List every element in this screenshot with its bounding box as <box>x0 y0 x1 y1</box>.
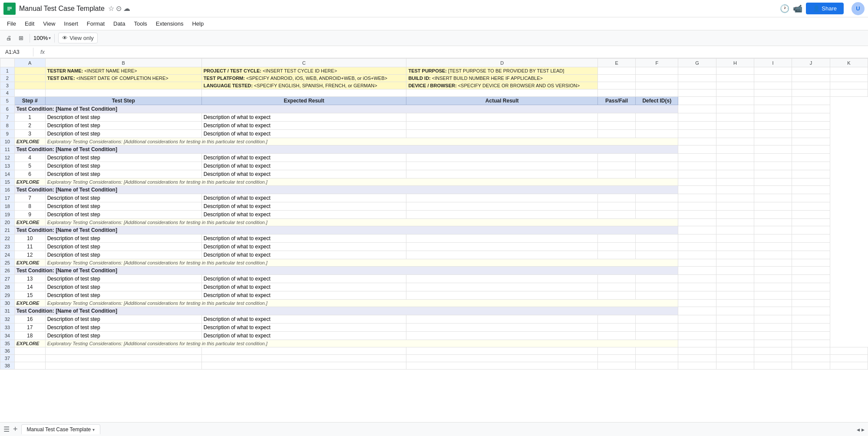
table-cell[interactable]: Description of what to expect <box>201 170 406 178</box>
table-cell[interactable] <box>45 347 201 355</box>
table-cell[interactable] <box>754 267 792 275</box>
table-cell[interactable] <box>716 300 754 307</box>
table-cell[interactable]: 16 <box>14 315 45 324</box>
table-cell[interactable]: Description of what to expect <box>201 243 406 251</box>
table-cell[interactable] <box>406 130 598 138</box>
table-cell[interactable] <box>792 194 830 202</box>
col-header-f[interactable]: F <box>636 59 678 67</box>
table-cell[interactable] <box>597 170 635 178</box>
table-cell[interactable] <box>716 178 754 186</box>
table-cell[interactable] <box>636 251 678 259</box>
table-cell[interactable] <box>678 324 716 332</box>
print-btn[interactable]: 🖨 <box>3 33 14 43</box>
table-cell[interactable] <box>792 105 830 113</box>
table-cell[interactable] <box>754 97 792 105</box>
table-cell[interactable] <box>792 178 830 186</box>
table-cell[interactable] <box>678 362 716 370</box>
table-cell[interactable] <box>636 162 678 170</box>
table-cell[interactable] <box>716 307 754 315</box>
table-cell[interactable] <box>14 355 45 362</box>
table-cell[interactable] <box>678 186 716 194</box>
table-cell[interactable] <box>716 275 754 283</box>
table-cell[interactable] <box>406 243 598 251</box>
table-cell[interactable] <box>406 355 598 362</box>
star-icon[interactable]: ☆ <box>108 4 114 13</box>
table-cell[interactable] <box>754 347 792 355</box>
menu-help[interactable]: Help <box>188 19 207 29</box>
table-cell[interactable] <box>792 283 830 291</box>
table-cell[interactable] <box>636 130 678 138</box>
table-cell[interactable] <box>406 122 598 130</box>
table-cell[interactable] <box>201 362 406 370</box>
table-cell[interactable]: Description of what to expect <box>201 113 406 122</box>
table-cell[interactable] <box>754 211 792 219</box>
table-cell[interactable] <box>678 194 716 202</box>
table-cell[interactable] <box>636 291 678 300</box>
table-cell[interactable] <box>792 355 830 362</box>
table-cell[interactable] <box>636 283 678 291</box>
table-cell[interactable] <box>754 154 792 162</box>
table-cell[interactable] <box>754 283 792 291</box>
table-cell[interactable] <box>754 219 792 226</box>
table-cell[interactable] <box>678 105 716 113</box>
table-cell[interactable] <box>754 145 792 154</box>
table-cell[interactable]: Description of test step <box>45 130 201 138</box>
table-cell[interactable] <box>678 219 716 226</box>
table-cell[interactable] <box>754 315 792 324</box>
table-cell[interactable] <box>716 355 754 362</box>
table-cell[interactable] <box>597 75 635 82</box>
menu-insert[interactable]: Insert <box>60 19 82 29</box>
table-cell[interactable] <box>792 89 830 97</box>
table-cell[interactable]: Description of test step <box>45 315 201 324</box>
table-cell[interactable] <box>597 211 635 219</box>
table-cell[interactable] <box>678 259 716 267</box>
table-cell[interactable] <box>716 154 754 162</box>
table-cell[interactable]: Description of what to expect <box>201 130 406 138</box>
table-cell[interactable] <box>406 194 598 202</box>
table-cell[interactable] <box>716 138 754 145</box>
table-cell[interactable] <box>792 145 830 154</box>
table-cell[interactable] <box>754 178 792 186</box>
table-cell[interactable]: Description of test step <box>45 251 201 259</box>
table-cell[interactable] <box>792 324 830 332</box>
table-cell[interactable] <box>597 82 635 89</box>
table-cell[interactable] <box>792 251 830 259</box>
table-cell[interactable]: Description of test step <box>45 122 201 130</box>
table-cell[interactable]: Pass/Fail <box>597 97 635 105</box>
table-cell[interactable] <box>678 275 716 283</box>
table-cell[interactable]: Description of test step <box>45 194 201 202</box>
table-cell[interactable] <box>792 67 830 75</box>
table-cell[interactable] <box>792 211 830 219</box>
table-cell[interactable] <box>678 97 716 105</box>
table-cell[interactable] <box>636 67 678 75</box>
table-cell[interactable]: Description of test step <box>45 275 201 283</box>
table-cell[interactable] <box>716 162 754 170</box>
table-cell[interactable] <box>636 82 678 89</box>
table-cell[interactable] <box>678 340 716 347</box>
table-cell[interactable] <box>792 340 830 347</box>
table-cell[interactable]: Description of what to expect <box>201 332 406 340</box>
table-cell[interactable]: Description of what to expect <box>201 162 406 170</box>
table-cell[interactable] <box>792 75 830 82</box>
table-cell[interactable] <box>716 332 754 340</box>
table-cell[interactable] <box>45 82 201 89</box>
table-cell[interactable] <box>636 315 678 324</box>
table-cell[interactable] <box>406 113 598 122</box>
table-cell[interactable] <box>678 75 716 82</box>
table-cell[interactable]: Description of what to expect <box>201 211 406 219</box>
table-cell[interactable] <box>14 347 45 355</box>
table-cell[interactable]: Description of test step <box>45 332 201 340</box>
table-cell[interactable] <box>597 291 635 300</box>
table-cell[interactable] <box>754 300 792 307</box>
table-cell[interactable] <box>716 219 754 226</box>
table-cell[interactable]: 14 <box>14 283 45 291</box>
table-cell[interactable] <box>678 251 716 259</box>
table-cell[interactable]: 3 <box>14 130 45 138</box>
table-cell[interactable] <box>716 194 754 202</box>
menu-tools[interactable]: Tools <box>130 19 150 29</box>
table-cell[interactable] <box>597 275 635 283</box>
sheet-scroll-right[interactable]: ▸ <box>861 426 865 433</box>
history-icon[interactable]: ⊙ <box>116 4 122 13</box>
table-cell[interactable] <box>792 332 830 340</box>
table-cell[interactable] <box>754 362 792 370</box>
